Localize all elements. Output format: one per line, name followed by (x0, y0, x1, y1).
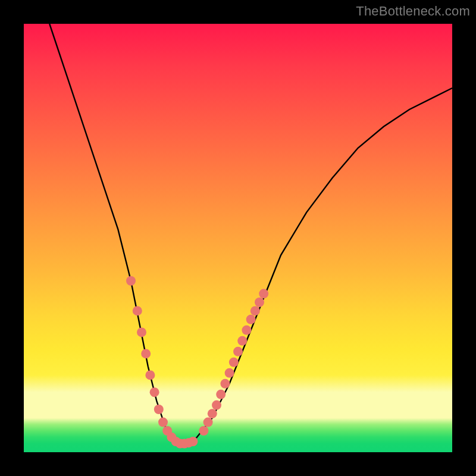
data-dot (250, 306, 260, 315)
dots-left-group (126, 276, 198, 449)
data-dot (199, 426, 208, 436)
data-dot (133, 306, 142, 315)
data-dot (154, 405, 164, 414)
data-dot (208, 409, 217, 418)
data-dot (158, 418, 168, 427)
data-dot (145, 370, 155, 380)
data-dot (220, 379, 230, 389)
chart-frame: TheBottleneck.com (0, 0, 476, 476)
data-dot (259, 289, 268, 299)
bottleneck-curve (49, 24, 452, 444)
data-dot (203, 418, 213, 427)
data-dot (255, 298, 264, 307)
data-dot (233, 347, 243, 356)
data-dot (212, 400, 221, 410)
plot-area (24, 24, 452, 452)
data-dot (188, 437, 198, 446)
chart-svg (24, 24, 452, 452)
watermark-text: TheBottleneck.com (356, 4, 470, 19)
data-dot (237, 336, 247, 346)
data-dot (242, 325, 251, 335)
data-dot (246, 315, 256, 324)
data-dot (150, 387, 159, 397)
data-dot (141, 349, 151, 358)
data-dot (216, 390, 226, 399)
dots-right-group (199, 289, 268, 436)
data-dot (229, 358, 239, 367)
data-dot (126, 276, 136, 286)
data-dot (225, 368, 234, 378)
data-dot (137, 327, 146, 337)
